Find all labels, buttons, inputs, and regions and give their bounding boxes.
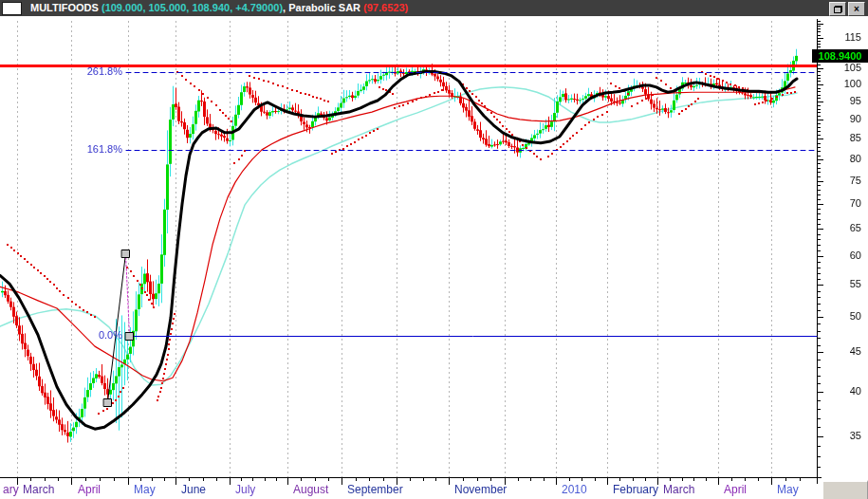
- title-indicator-value: (97.6523): [363, 2, 408, 13]
- restore-icon: [834, 6, 842, 13]
- window-buttons: ×: [829, 2, 865, 16]
- title-symbol: MULTIFOODS: [30, 2, 102, 13]
- window-title: MULTIFOODS (109.000, 105.000, 108.940, +…: [30, 2, 408, 13]
- title-quote-values: (109.000, 105.000, 108.940, +4.79000): [102, 2, 283, 13]
- window-menu-icon[interactable]: [2, 2, 22, 15]
- chart-window: 35404550556065707580859095100105115aryMa…: [0, 0, 868, 499]
- window-titlebar: MULTIFOODS (109.000, 105.000, 108.940, +…: [0, 0, 868, 16]
- title-indicator: Parabolic SAR: [288, 2, 363, 13]
- close-button[interactable]: ×: [848, 2, 865, 16]
- close-icon: ×: [854, 5, 859, 14]
- price-chart-canvas[interactable]: [0, 0, 868, 499]
- restore-button[interactable]: [829, 2, 846, 16]
- resize-grip[interactable]: [822, 480, 868, 499]
